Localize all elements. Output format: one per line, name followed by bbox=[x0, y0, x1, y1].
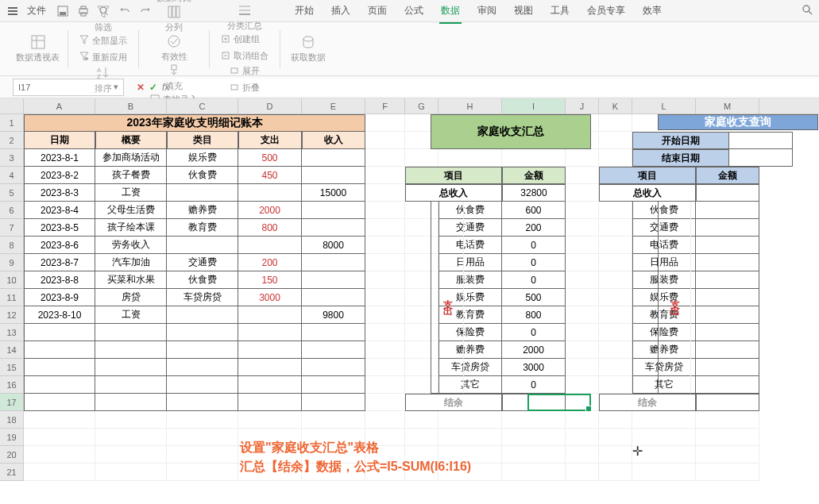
cell[interactable] bbox=[632, 464, 696, 481]
cell[interactable]: 2023-8-1 bbox=[24, 149, 95, 167]
cell[interactable] bbox=[302, 359, 365, 376]
cell[interactable] bbox=[365, 324, 405, 341]
cell[interactable] bbox=[502, 464, 566, 481]
ungroup-button[interactable]: 取消组合 bbox=[218, 48, 272, 63]
cell[interactable] bbox=[566, 411, 599, 429]
cell[interactable]: 0 bbox=[502, 324, 566, 341]
cell[interactable] bbox=[302, 149, 365, 167]
cell[interactable] bbox=[167, 341, 238, 359]
cell[interactable] bbox=[599, 149, 632, 167]
cell[interactable]: 0 bbox=[502, 271, 566, 289]
filter-button[interactable]: 筛选 bbox=[83, 4, 123, 33]
cell[interactable] bbox=[167, 394, 238, 411]
cell[interactable] bbox=[438, 411, 502, 429]
tab-view[interactable]: 视图 bbox=[512, 1, 535, 21]
cell[interactable]: 车贷房贷 bbox=[167, 289, 238, 306]
cell[interactable] bbox=[566, 359, 599, 376]
cell[interactable] bbox=[167, 306, 238, 324]
cell[interactable] bbox=[502, 446, 566, 464]
cell[interactable]: 2023-8-8 bbox=[24, 271, 95, 289]
col-header-B[interactable]: B bbox=[95, 98, 167, 113]
table2-title[interactable]: 家庭收支汇总 bbox=[431, 114, 591, 149]
end-date-label[interactable]: 结束日期 bbox=[632, 149, 729, 167]
cell[interactable]: 3000 bbox=[502, 359, 566, 376]
cell[interactable] bbox=[696, 376, 759, 394]
cell[interactable] bbox=[599, 464, 632, 481]
cell[interactable] bbox=[302, 167, 365, 184]
cell[interactable] bbox=[599, 254, 632, 271]
col-header-C[interactable]: C bbox=[167, 98, 238, 113]
col-header-H[interactable]: H bbox=[438, 98, 502, 113]
cell[interactable] bbox=[566, 446, 599, 464]
cell[interactable] bbox=[566, 149, 599, 167]
row-header-21[interactable]: 21 bbox=[0, 464, 24, 481]
cell[interactable] bbox=[566, 184, 599, 202]
cell[interactable] bbox=[302, 324, 365, 341]
t3-expense-vertical[interactable]: 支出 bbox=[658, 202, 691, 394]
cell[interactable] bbox=[365, 394, 405, 411]
cell[interactable] bbox=[302, 289, 365, 306]
cell[interactable] bbox=[502, 429, 566, 446]
row-header-3[interactable]: 3 bbox=[0, 149, 24, 167]
cell[interactable] bbox=[365, 341, 405, 359]
cell[interactable] bbox=[24, 341, 95, 359]
cell[interactable]: 支出 bbox=[238, 132, 302, 149]
formula-input[interactable] bbox=[176, 79, 819, 96]
get-data-button[interactable]: 获取数据 bbox=[288, 34, 328, 63]
cell[interactable]: 2023-8-2 bbox=[24, 167, 95, 184]
cell[interactable] bbox=[696, 394, 759, 411]
row-header-17[interactable]: 17 bbox=[0, 394, 24, 411]
cell[interactable]: 500 bbox=[238, 149, 302, 167]
tab-insert[interactable]: 插入 bbox=[330, 1, 352, 21]
cell[interactable] bbox=[566, 202, 599, 219]
cell[interactable] bbox=[502, 411, 566, 429]
cell[interactable]: 赡养费 bbox=[167, 202, 238, 219]
cell[interactable] bbox=[599, 376, 632, 394]
cell[interactable] bbox=[566, 271, 599, 289]
cell[interactable]: 3000 bbox=[238, 289, 302, 306]
cell[interactable] bbox=[599, 237, 632, 254]
start-date-label[interactable]: 开始日期 bbox=[632, 132, 729, 149]
row-header-14[interactable]: 14 bbox=[0, 341, 24, 359]
cell[interactable] bbox=[167, 359, 238, 376]
cell[interactable] bbox=[167, 324, 238, 341]
cell[interactable] bbox=[24, 376, 95, 394]
cell[interactable] bbox=[566, 167, 599, 184]
cell[interactable] bbox=[238, 411, 302, 429]
table3-title[interactable]: 家庭收支查询 bbox=[658, 114, 818, 130]
tab-tools[interactable]: 工具 bbox=[549, 1, 571, 21]
cell[interactable] bbox=[365, 149, 405, 167]
cell[interactable] bbox=[696, 237, 759, 254]
cell[interactable]: 概要 bbox=[95, 132, 167, 149]
row-header-13[interactable]: 13 bbox=[0, 324, 24, 341]
cancel-formula-icon[interactable]: ✕ bbox=[137, 82, 145, 93]
show-all-button[interactable]: 全部显示 bbox=[76, 33, 130, 48]
cell[interactable] bbox=[365, 167, 405, 184]
cell[interactable] bbox=[95, 411, 167, 429]
cell[interactable] bbox=[238, 324, 302, 341]
cell[interactable] bbox=[566, 289, 599, 306]
cell[interactable] bbox=[599, 411, 632, 429]
cell[interactable]: 金额 bbox=[502, 167, 566, 184]
reapply-button[interactable]: 重新应用 bbox=[76, 50, 130, 65]
cell[interactable] bbox=[302, 202, 365, 219]
fill-button[interactable]: 填充 bbox=[154, 63, 194, 92]
cell[interactable] bbox=[729, 132, 793, 149]
cell[interactable] bbox=[365, 184, 405, 202]
cell[interactable] bbox=[566, 254, 599, 271]
cell[interactable]: 9800 bbox=[302, 306, 365, 324]
cell[interactable] bbox=[167, 464, 238, 481]
cell[interactable] bbox=[167, 429, 238, 446]
cell[interactable]: 伙食费 bbox=[167, 167, 238, 184]
search-icon[interactable] bbox=[802, 4, 813, 17]
cell[interactable]: 450 bbox=[238, 167, 302, 184]
col-header-F[interactable]: F bbox=[365, 98, 405, 113]
cell[interactable]: 2023-8-4 bbox=[24, 202, 95, 219]
cells-grid[interactable]: 设置"家庭收支汇总"表格 汇总【结余】数据，公式=I5-SUM(I6:I16) … bbox=[24, 114, 793, 481]
row-header-7[interactable]: 7 bbox=[0, 219, 24, 237]
cell[interactable]: 教育费 bbox=[167, 219, 238, 237]
cell[interactable]: 房贷 bbox=[95, 289, 167, 306]
t2-expense-vertical[interactable]: 支出 bbox=[431, 202, 464, 394]
text-to-columns-button[interactable]: 分列 bbox=[154, 4, 194, 33]
cell[interactable]: 15000 bbox=[302, 184, 365, 202]
